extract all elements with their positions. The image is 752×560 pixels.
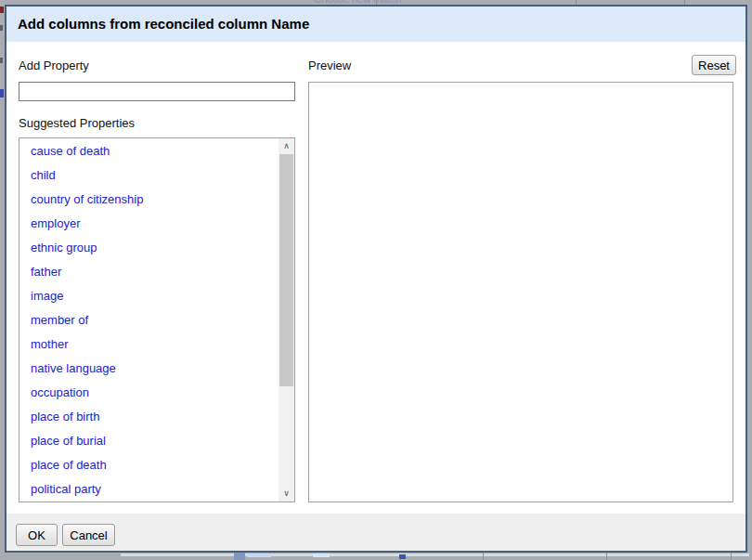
property-link[interactable]: image (31, 289, 63, 303)
property-link[interactable]: employer (31, 216, 80, 230)
list-item: child (19, 163, 279, 187)
property-link[interactable]: mother (31, 337, 68, 351)
background-table-row (121, 553, 749, 556)
background-table-strip (0, 553, 752, 560)
add-property-input[interactable] (19, 82, 295, 101)
list-item: employer (19, 211, 279, 235)
list-item: place of burial (19, 428, 279, 452)
preview-panel (308, 82, 733, 502)
background-column-divider (483, 553, 484, 560)
add-property-label: Add Property (19, 59, 89, 72)
screen: Choose new match Add columns from reconc… (0, 0, 752, 560)
background-text-fragment (0, 25, 3, 31)
ok-button[interactable]: OK (16, 524, 58, 546)
reset-button[interactable]: Reset (692, 55, 736, 75)
list-item: ethnic group (19, 235, 279, 259)
background-column-divider (731, 553, 732, 560)
background-link-fragment (0, 89, 4, 98)
list-item: cause of death (19, 138, 279, 163)
scrollbar[interactable]: ∧ ∨ (279, 138, 294, 501)
list-item: country of citizenship (19, 187, 279, 211)
property-link[interactable]: political party (31, 482, 101, 496)
property-link[interactable]: father (31, 265, 61, 279)
cancel-button[interactable]: Cancel (62, 524, 115, 546)
background-text-fragment (399, 554, 406, 559)
property-link[interactable]: occupation (31, 385, 89, 399)
dialog-title: Add columns from reconciled column Name (6, 7, 746, 42)
list-item: occupation (19, 380, 279, 404)
suggested-properties-label: Suggested Properties (19, 116, 135, 130)
property-link[interactable]: child (31, 168, 56, 182)
background-table-cell (313, 553, 330, 557)
background-column-divider (606, 553, 607, 560)
suggested-properties-list: cause of death child country of citizens… (19, 138, 279, 501)
property-link[interactable]: place of burial (31, 434, 106, 448)
scrollbar-thumb[interactable] (279, 154, 293, 386)
background-text-fragment (0, 58, 3, 63)
list-item: mother (19, 332, 279, 356)
property-link[interactable]: cause of death (31, 144, 110, 158)
dialog-footer: OK Cancel (6, 514, 746, 551)
list-item: place of death (19, 452, 279, 476)
list-item: political party (19, 476, 279, 501)
list-item: image (19, 283, 279, 307)
property-link[interactable]: member of (31, 313, 88, 327)
suggested-properties-listbox: cause of death child country of citizens… (19, 137, 295, 502)
add-columns-dialog: Add columns from reconciled column Name … (5, 5, 747, 553)
property-link[interactable]: place of death (31, 458, 107, 472)
background-right-strip (747, 0, 752, 560)
chevron-down-icon[interactable]: ∨ (279, 486, 294, 501)
list-item: member of (19, 307, 279, 332)
background-text-fragment (0, 7, 4, 13)
background-table-cell (234, 553, 245, 560)
property-link[interactable]: place of birth (31, 410, 99, 423)
background-table-cell (247, 553, 271, 557)
property-link[interactable]: native language (31, 361, 116, 375)
preview-label: Preview (308, 59, 351, 72)
chevron-up-icon[interactable]: ∧ (279, 138, 294, 154)
property-link[interactable]: country of citizenship (31, 192, 143, 206)
list-item: place of birth (19, 404, 279, 428)
list-item: native language (19, 356, 279, 380)
property-link[interactable]: ethnic group (31, 241, 97, 254)
list-item: father (19, 259, 279, 283)
